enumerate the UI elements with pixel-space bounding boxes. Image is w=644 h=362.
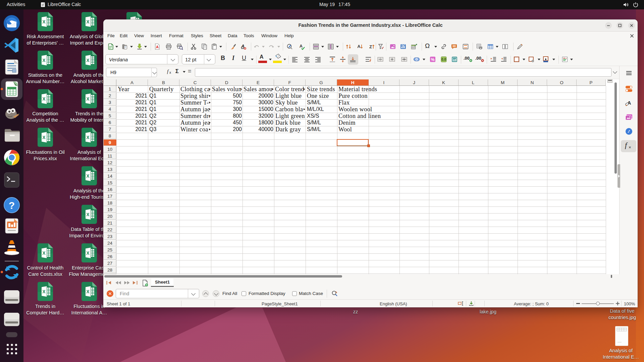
svg-text:?: ? (9, 200, 15, 211)
